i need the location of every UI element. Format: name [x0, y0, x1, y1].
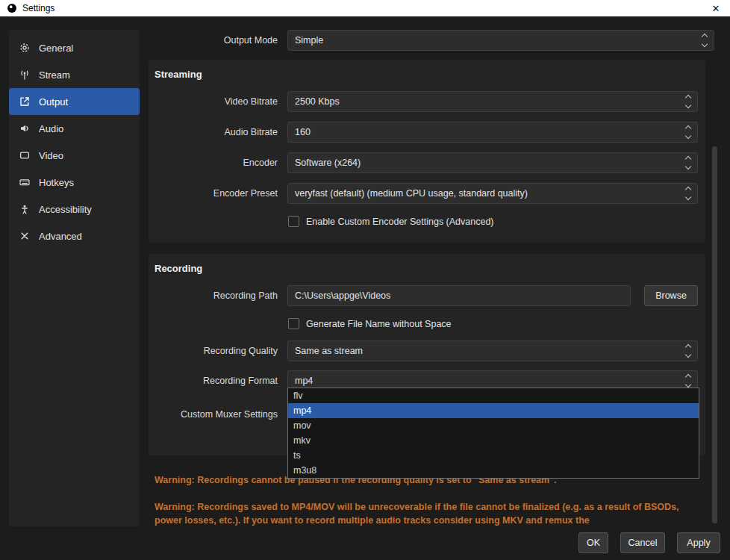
sidebar-item-label: Stream [39, 69, 70, 81]
sidebar-item-accessibility[interactable]: Accessibility [9, 196, 140, 223]
antenna-icon [19, 69, 31, 81]
sidebar-item-stream[interactable]: Stream [9, 61, 140, 88]
chevron-updown-icon [686, 96, 690, 108]
output-icon [19, 96, 31, 108]
output-mode-select[interactable]: Simple [287, 30, 714, 51]
warning-mp4-text: Warning: Recordings saved to MP4/MOV wil… [155, 501, 690, 527]
sidebar-item-label: Hotkeys [39, 177, 74, 188]
cancel-button[interactable]: Cancel [620, 532, 665, 553]
speaker-icon [19, 122, 31, 134]
sidebar-item-output[interactable]: Output [9, 88, 140, 115]
video-bitrate-spinner[interactable]: 2500 Kbps [287, 91, 698, 112]
streaming-section-title: Streaming [149, 60, 705, 81]
video-bitrate-label: Video Bitrate [149, 96, 283, 107]
sidebar-item-label: Advanced [39, 231, 82, 242]
no-space-filename-row: Generate File Name without Space [288, 318, 705, 329]
chevron-updown-icon [702, 34, 707, 46]
audio-bitrate-label: Audio Bitrate [149, 127, 283, 137]
output-mode-value: Simple [295, 35, 323, 46]
streaming-section: Streaming Video Bitrate 2500 Kbps Audio … [149, 60, 705, 243]
custom-muxer-settings-label: Custom Muxer Settings [149, 409, 283, 420]
browse-button[interactable]: Browse [644, 285, 698, 306]
encoder-preset-value: veryfast (default) (medium CPU usage, st… [295, 188, 528, 199]
audio-bitrate-value: 160 [295, 127, 311, 137]
recording-section-title: Recording [149, 254, 705, 276]
sidebar-item-label: Video [39, 150, 63, 161]
custom-encoder-settings-label: Enable Custom Encoder Settings (Advanced… [306, 217, 494, 227]
recording-format-value: mp4 [295, 376, 313, 386]
obs-logo-icon [7, 3, 17, 13]
tools-icon [19, 230, 31, 242]
recording-quality-label: Recording Quality [149, 346, 283, 356]
encoder-preset-select[interactable]: veryfast (default) (medium CPU usage, st… [287, 183, 698, 204]
encoder-value: Software (x264) [295, 158, 361, 168]
chevron-updown-icon [686, 126, 690, 138]
settings-sidebar: General Stream Output Audio Video [9, 30, 140, 526]
format-option-mov[interactable]: mov [288, 418, 699, 433]
custom-encoder-settings-checkbox[interactable] [288, 216, 299, 227]
vertical-scrollbar[interactable] [712, 146, 717, 523]
video-bitrate-value: 2500 Kbps [295, 96, 340, 107]
format-option-ts[interactable]: ts [288, 448, 699, 463]
titlebar: Settings ✕ [0, 0, 730, 16]
recording-path-label: Recording Path [149, 290, 283, 301]
encoder-select[interactable]: Software (x264) [287, 152, 698, 173]
chevron-updown-icon [686, 375, 690, 387]
encoder-label: Encoder [149, 158, 283, 168]
custom-encoder-settings-row: Enable Custom Encoder Settings (Advanced… [288, 216, 705, 227]
sidebar-item-video[interactable]: Video [9, 142, 140, 169]
recording-quality-select[interactable]: Same as stream [287, 340, 698, 361]
sidebar-item-label: Audio [39, 123, 63, 134]
accessibility-icon [19, 203, 31, 215]
output-mode-label: Output Mode [149, 35, 283, 46]
keyboard-icon [19, 176, 31, 188]
recording-format-dropdown: flv mp4 mov mkv ts m3u8 [287, 388, 699, 479]
sidebar-item-advanced[interactable]: Advanced [9, 223, 140, 249]
sidebar-item-label: General [39, 43, 73, 54]
format-option-flv[interactable]: flv [288, 388, 699, 403]
close-button[interactable]: ✕ [702, 0, 730, 16]
chevron-updown-icon [686, 345, 690, 357]
format-option-mp4[interactable]: mp4 [288, 403, 699, 418]
sidebar-item-hotkeys[interactable]: Hotkeys [9, 169, 140, 196]
gear-icon [19, 42, 31, 54]
recording-path-input[interactable]: C:\Users\appge\Videos [287, 285, 631, 306]
window-title: Settings [22, 3, 54, 13]
sidebar-item-label: Output [39, 96, 68, 108]
sidebar-item-audio[interactable]: Audio [9, 115, 140, 142]
recording-quality-value: Same as stream [295, 346, 363, 356]
display-icon [19, 149, 31, 161]
chevron-updown-icon [686, 157, 690, 169]
format-option-m3u8[interactable]: m3u8 [288, 463, 699, 478]
sidebar-item-general[interactable]: General [9, 34, 140, 61]
no-space-filename-checkbox[interactable] [288, 318, 299, 329]
format-option-mkv[interactable]: mkv [288, 433, 699, 448]
recording-format-label: Recording Format [149, 376, 283, 386]
output-mode-row: Output Mode Simple [149, 30, 714, 51]
no-space-filename-label: Generate File Name without Space [306, 319, 452, 329]
ok-button[interactable]: OK [578, 532, 608, 553]
sidebar-item-label: Accessibility [39, 204, 92, 215]
encoder-preset-label: Encoder Preset [149, 188, 283, 199]
recording-path-value: C:\Users\appge\Videos [295, 290, 390, 301]
audio-bitrate-select[interactable]: 160 [287, 122, 698, 143]
apply-button[interactable]: Apply [677, 532, 720, 553]
chevron-updown-icon [686, 187, 690, 199]
